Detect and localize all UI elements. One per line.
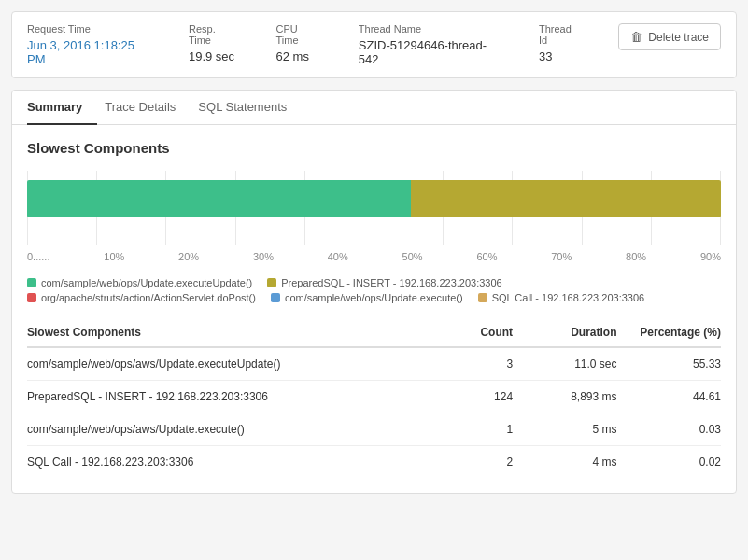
table-header-row: Slowest Components Count Duration Percen… [27,318,721,347]
main-card: Summary Trace Details SQL Statements Slo… [11,90,737,494]
delete-trace-button[interactable]: 🗑 Delete trace [618,23,721,50]
legend-label-1: PreparedSQL - INSERT - 192.168.223.203:3… [281,277,501,288]
request-time-label: Request Time [27,23,151,35]
legend-item-3: com/sample/web/ops/Update.execute() [271,292,463,303]
bar-yellow [411,180,721,217]
resp-time-value: 19.9 sec [189,49,239,63]
x-label-40: 40% [328,251,348,262]
tabs-bar: Summary Trace Details SQL Statements [12,91,736,125]
cell-count-0: 3 [409,347,513,381]
thread-id-label: Thread Id [539,23,581,46]
col-header-name: Slowest Components [27,318,409,347]
resp-time-field: Resp. Time 19.9 sec [189,23,239,63]
legend-item-1: PreparedSQL - INSERT - 192.168.223.203:3… [267,277,501,288]
delete-trace-label: Delete trace [648,31,709,44]
legend-label-2: org/apache/struts/action/ActionServlet.d… [41,292,256,303]
x-label-80: 80% [626,251,646,262]
legend-item-4: SQL Call - 192.168.223.203:3306 [478,292,645,303]
chart-grid [27,171,721,245]
page-container: Request Time Jun 3, 2016 1:18:25 PM Resp… [0,0,748,560]
cell-percentage-0: 55.33 [617,347,721,381]
tab-trace-details[interactable]: Trace Details [105,91,191,125]
x-label-90: 90% [700,251,721,262]
table-row: com/sample/web/ops/aws/Update.execute() … [27,413,721,446]
x-label-50: 50% [402,251,423,262]
cell-name-3: SQL Call - 192.168.223.203:3306 [27,446,409,479]
cell-name-2: com/sample/web/ops/aws/Update.execute() [27,413,409,446]
cell-count-2: 1 [409,413,513,446]
legend-label-0: com/sample/web/ops/Update.executeUpdate(… [41,277,252,288]
legend-label-3: com/sample/web/ops/Update.execute() [285,292,463,303]
legend-item-0: com/sample/web/ops/Update.executeUpdate(… [27,277,252,288]
section-title: Slowest Components [27,140,721,156]
cell-duration-1: 8,893 ms [513,381,616,413]
trash-icon: 🗑 [630,30,642,44]
table-row: com/sample/web/ops/aws/Update.executeUpd… [27,347,721,381]
legend-color-1 [267,278,276,287]
thread-name-field: Thread Name SZID-51294646-thread-542 [359,23,501,66]
request-time-field: Request Time Jun 3, 2016 1:18:25 PM [27,23,151,66]
cpu-time-field: CPU Time 62 ms [276,23,321,63]
table-row: PreparedSQL - INSERT - 192.168.223.203:3… [27,381,721,413]
tab-summary[interactable]: Summary [27,91,97,125]
col-header-count: Count [409,318,513,347]
thread-id-value: 33 [539,49,581,63]
legend-color-3 [271,293,280,302]
header-card: Request Time Jun 3, 2016 1:18:25 PM Resp… [11,11,737,78]
cpu-time-value: 62 ms [276,49,321,63]
chart-bars [27,180,721,217]
cell-name-0: com/sample/web/ops/aws/Update.executeUpd… [27,347,409,381]
thread-name-label: Thread Name [359,23,501,35]
resp-time-label: Resp. Time [189,23,239,46]
legend-color-0 [27,278,36,287]
col-header-percentage: Percentage (%) [617,318,721,347]
x-label-0: 0...... [27,251,49,262]
x-label-10: 10% [104,251,124,262]
request-time-value: Jun 3, 2016 1:18:25 PM [27,38,151,66]
x-label-30: 30% [253,251,274,262]
cell-count-1: 124 [409,381,513,413]
slowest-components-table: Slowest Components Count Duration Percen… [27,318,721,478]
cell-count-3: 2 [409,446,513,479]
thread-name-value: SZID-51294646-thread-542 [359,38,501,66]
legend-item-2: org/apache/struts/action/ActionServlet.d… [27,292,256,303]
col-header-duration: Duration [513,318,616,347]
cell-percentage-3: 0.02 [617,446,721,479]
cell-duration-2: 5 ms [513,413,616,446]
x-label-60: 60% [476,251,497,262]
chart-x-labels: 0...... 10% 20% 30% 40% 50% 60% 70% 80% … [27,249,721,262]
table-row: SQL Call - 192.168.223.203:3306 2 4 ms 0… [27,446,721,479]
cell-percentage-2: 0.03 [617,413,721,446]
bar-green [27,180,411,217]
tab-sql-statements[interactable]: SQL Statements [198,91,302,125]
x-label-70: 70% [551,251,572,262]
cell-percentage-1: 44.61 [617,381,721,413]
cell-duration-3: 4 ms [513,446,616,479]
thread-id-field: Thread Id 33 [539,23,581,63]
legend-color-2 [27,293,36,302]
legend-label-4: SQL Call - 192.168.223.203:3306 [492,292,645,303]
cell-duration-0: 11.0 sec [513,347,616,381]
main-content: Slowest Components [12,125,736,493]
cell-name-1: PreparedSQL - INSERT - 192.168.223.203:3… [27,381,409,413]
x-label-20: 20% [178,251,199,262]
chart-container: 0...... 10% 20% 30% 40% 50% 60% 70% 80% … [27,171,721,262]
legend-color-4 [478,293,487,302]
cpu-time-label: CPU Time [276,23,321,46]
legend: com/sample/web/ops/Update.executeUpdate(… [27,277,721,303]
